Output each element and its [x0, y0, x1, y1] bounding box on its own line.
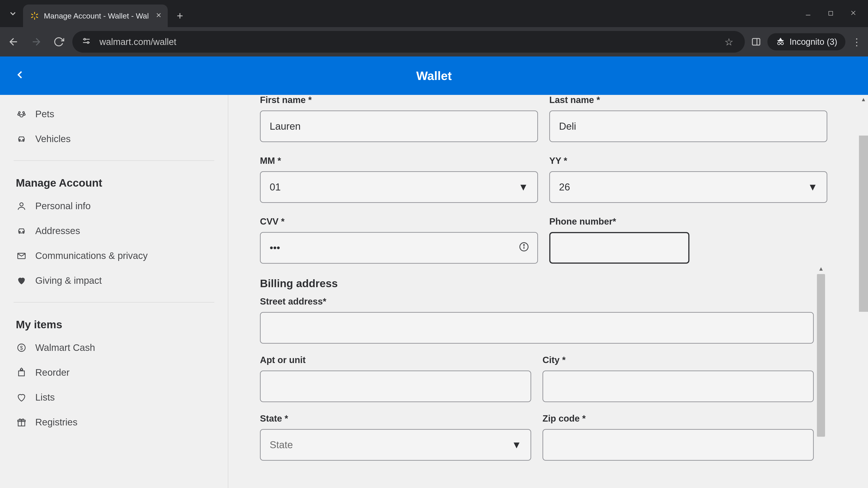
svg-point-44 [524, 245, 524, 246]
svg-point-29 [20, 115, 23, 117]
browser-menu-button[interactable]: ⋮ [850, 36, 864, 48]
svg-point-30 [20, 139, 20, 140]
sidebar-item-communications[interactable]: Communications & privacy [13, 243, 214, 268]
sidebar-item-pets[interactable]: Pets [13, 102, 214, 127]
side-panel-icon[interactable] [749, 37, 763, 47]
sidebar-item-walmart-cash[interactable]: $ Walmart Cash [13, 335, 214, 360]
new-tab-button[interactable]: + [177, 9, 183, 22]
street-label: Street address* [260, 296, 814, 306]
tab-search-button[interactable] [3, 3, 23, 24]
last-name-label: Last name * [549, 95, 827, 105]
chevron-down-icon: ▼ [808, 182, 817, 193]
zip-label: Zip code * [542, 414, 814, 424]
sidebar-section-my-items: My items [13, 312, 214, 335]
maximize-button[interactable] [825, 8, 836, 19]
window-controls [802, 8, 868, 19]
sidebar-item-label: Addresses [35, 225, 80, 236]
sidebar-item-registries[interactable]: Registries [13, 410, 214, 435]
svg-point-26 [23, 111, 24, 113]
site-settings-icon[interactable] [81, 36, 93, 48]
paw-icon [16, 108, 27, 120]
city-input[interactable] [542, 370, 814, 402]
svg-point-27 [18, 113, 20, 115]
sidebar-item-label: Communications & privacy [35, 250, 148, 261]
mm-label: MM * [260, 156, 538, 166]
last-name-input[interactable] [549, 110, 827, 142]
browser-tab[interactable]: Manage Account - Wallet - Wal [23, 4, 168, 27]
car-icon [16, 225, 27, 236]
header-back-button[interactable] [13, 68, 26, 83]
sidebar-item-label: Personal info [35, 201, 91, 212]
page-header: Wallet [0, 57, 868, 95]
svg-point-17 [87, 41, 89, 43]
month-select[interactable]: 01 ▼ [260, 171, 538, 203]
year-value: 26 [559, 182, 570, 193]
back-button[interactable] [4, 33, 23, 51]
scrollbar-thumb[interactable] [859, 135, 868, 312]
page-scrollbar[interactable]: ▲ [859, 95, 868, 488]
sidebar-item-addresses[interactable]: Addresses [13, 219, 214, 243]
svg-rect-4 [31, 13, 33, 15]
address-bar[interactable]: walmart.com/wallet ☆ [72, 31, 745, 53]
close-window-button[interactable] [848, 8, 859, 19]
sidebar-item-personal-info[interactable]: Personal info [13, 194, 214, 219]
chevron-down-icon: ▼ [512, 439, 522, 451]
yy-label: YY * [549, 156, 827, 166]
page-content: Wallet Pets Vehicles Manage Account [0, 57, 868, 488]
apt-label: Apt or unit [260, 355, 531, 365]
url-text: walmart.com/wallet [99, 37, 718, 47]
inner-scroll-up-icon[interactable]: ▲ [817, 265, 825, 273]
page-title: Wallet [416, 69, 452, 83]
svg-rect-9 [829, 11, 833, 15]
svg-point-32 [20, 203, 23, 206]
incognito-badge[interactable]: Incognito (3) [767, 33, 845, 51]
forward-button[interactable] [27, 33, 45, 51]
apt-input[interactable] [260, 370, 531, 402]
scroll-up-icon[interactable]: ▲ [859, 95, 868, 104]
info-icon[interactable] [519, 242, 529, 254]
svg-point-31 [23, 139, 24, 140]
svg-text:$: $ [20, 345, 23, 351]
sidebar-item-label: Registries [35, 417, 78, 428]
zip-input[interactable] [542, 429, 814, 461]
sidebar-item-label: Giving & impact [35, 275, 102, 286]
reload-button[interactable] [50, 33, 68, 51]
svg-point-14 [84, 38, 86, 40]
svg-point-22 [778, 42, 780, 45]
heart-outline-icon [16, 392, 27, 403]
state-select[interactable]: State ▼ [260, 429, 531, 461]
mail-icon [16, 250, 27, 261]
sidebar: Pets Vehicles Manage Account Personal in… [0, 95, 228, 488]
sidebar-item-lists[interactable]: Lists [13, 385, 214, 410]
sidebar-item-label: Lists [35, 392, 55, 403]
first-name-input[interactable] [260, 110, 538, 142]
cvv-input[interactable] [260, 232, 538, 264]
reorder-icon [16, 367, 27, 378]
divider [13, 302, 214, 302]
browser-tab-bar: Manage Account - Wallet - Wal + [0, 0, 868, 27]
tab-close-button[interactable] [154, 11, 163, 21]
sidebar-item-giving[interactable]: Giving & impact [13, 268, 214, 293]
street-address-input[interactable] [260, 312, 814, 344]
inner-scrollbar-thumb[interactable] [817, 274, 825, 437]
year-select[interactable]: 26 ▼ [549, 171, 827, 203]
incognito-label: Incognito (3) [789, 37, 837, 47]
state-label: State * [260, 414, 531, 424]
sidebar-item-label: Reorder [35, 367, 70, 378]
phone-input[interactable] [549, 232, 689, 264]
svg-point-33 [20, 231, 20, 232]
month-value: 01 [270, 182, 281, 193]
person-icon [16, 200, 27, 212]
sidebar-item-reorder[interactable]: Reorder [13, 360, 214, 385]
sidebar-section-manage: Manage Account [13, 170, 214, 194]
bookmark-icon[interactable]: ☆ [724, 36, 736, 48]
main-form: First name * Last name * MM * 01 ▼ [228, 95, 859, 488]
svg-point-23 [781, 42, 783, 45]
sidebar-item-label: Walmart Cash [35, 342, 95, 353]
svg-rect-0 [34, 12, 35, 14]
minimize-button[interactable] [802, 8, 814, 19]
chevron-down-icon: ▼ [518, 182, 528, 193]
svg-rect-38 [19, 371, 24, 376]
svg-rect-5 [36, 16, 38, 18]
sidebar-item-vehicles[interactable]: Vehicles [13, 127, 214, 151]
